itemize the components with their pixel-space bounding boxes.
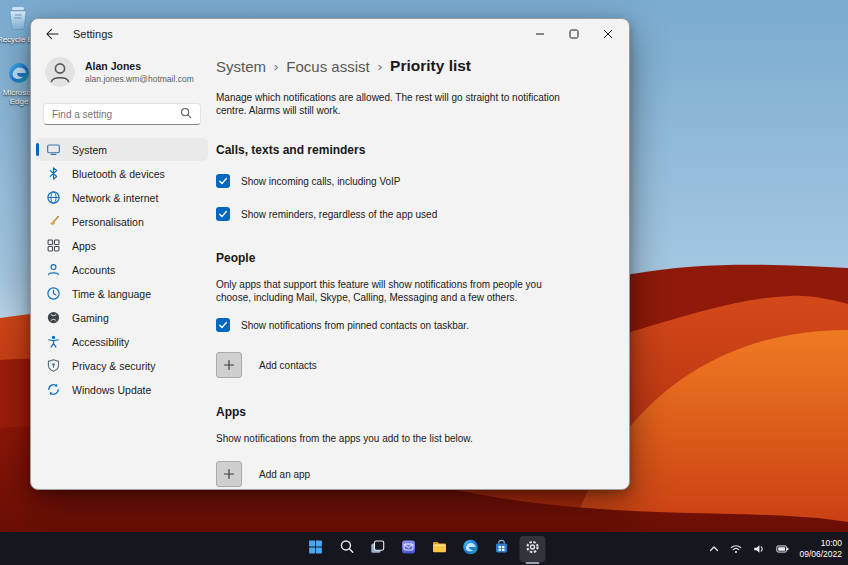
sidebar-item-time-language[interactable]: Time & language: [36, 282, 208, 305]
checkbox-reminders[interactable]: [216, 207, 230, 221]
checkbox-label: Show reminders, regardless of the app us…: [241, 209, 437, 220]
add-contacts-row: Add contacts: [216, 352, 606, 378]
settings-app-button[interactable]: [520, 536, 546, 562]
page-description: Manage which notifications are allowed. …: [216, 91, 568, 117]
sidebar-item-label: Accounts: [72, 264, 115, 276]
store-bag-icon: [494, 539, 510, 559]
edge-browser-button[interactable]: [458, 536, 484, 562]
recycle-bin-icon: [6, 5, 30, 33]
avatar: [45, 57, 75, 87]
task-view-button[interactable]: [365, 536, 391, 562]
file-explorer-button[interactable]: [427, 536, 453, 562]
sidebar-item-windows-update[interactable]: Windows Update: [36, 378, 208, 401]
wifi-icon[interactable]: [729, 542, 743, 556]
breadcrumb: System › Focus assist › Priority list: [216, 57, 606, 75]
user-account[interactable]: Alan Jones alan.jones.wm@hotmail.com: [45, 57, 213, 87]
add-app-row: Add an app: [216, 461, 606, 487]
checkbox-row-pinned-contacts[interactable]: Show notifications from pinned contacts …: [216, 318, 606, 332]
bluetooth-icon: [46, 166, 61, 181]
person-icon: [46, 262, 61, 277]
checkbox-label: Show incoming calls, including VoIP: [241, 176, 401, 187]
taskbar-search-button[interactable]: [334, 536, 360, 562]
desktop: { "desktop": { "icons": [ {"label": "Rec…: [0, 0, 848, 565]
maximize-button[interactable]: [557, 19, 591, 49]
add-app-button[interactable]: [216, 461, 242, 487]
sidebar-nav: System Bluetooth & devices Network & int…: [31, 138, 213, 401]
sidebar-item-system[interactable]: System: [36, 138, 208, 161]
sidebar-item-personalisation[interactable]: Personalisation: [36, 210, 208, 233]
update-arrows-icon: [46, 382, 61, 397]
folder-icon: [432, 539, 448, 559]
system-icon: [46, 142, 61, 157]
task-view-icon: [370, 539, 386, 559]
system-tray: 10:00 09/06/2022: [708, 532, 842, 565]
apps-description: Show notifications from the apps you add…: [216, 432, 568, 445]
breadcrumb-separator: ›: [378, 59, 382, 74]
settings-window: Settings Alan Jones: [30, 18, 630, 490]
checkbox-incoming-calls[interactable]: [216, 174, 230, 188]
checkbox-pinned-contacts[interactable]: [216, 318, 230, 332]
sidebar-item-label: Bluetooth & devices: [72, 168, 165, 180]
close-button[interactable]: [591, 19, 625, 49]
clock-date: 09/06/2022: [799, 549, 842, 560]
start-button[interactable]: [303, 536, 329, 562]
globe-icon: [46, 190, 61, 205]
selected-indicator: [36, 143, 39, 156]
sidebar-item-privacy-security[interactable]: Privacy & security: [36, 354, 208, 377]
mail-icon: [401, 539, 417, 559]
windows-logo-icon: [308, 539, 324, 559]
section-heading-people: People: [216, 251, 606, 265]
sidebar-item-label: Accessibility: [72, 336, 129, 348]
sidebar: Alan Jones alan.jones.wm@hotmail.com Sys…: [31, 49, 213, 489]
checkbox-row-reminders[interactable]: Show reminders, regardless of the app us…: [216, 207, 606, 221]
hidden-icons-chevron-icon[interactable]: [708, 543, 720, 555]
sidebar-item-bluetooth-devices[interactable]: Bluetooth & devices: [36, 162, 208, 185]
sidebar-item-network-internet[interactable]: Network & internet: [36, 186, 208, 209]
checkbox-row-incoming-calls[interactable]: Show incoming calls, including VoIP: [216, 174, 606, 188]
main-content: System › Focus assist › Priority list Ma…: [216, 49, 606, 489]
back-button[interactable]: [37, 23, 67, 45]
search-icon: [339, 539, 354, 558]
apps-grid-icon: [46, 238, 61, 253]
mail-app-button[interactable]: [396, 536, 422, 562]
clock-time: 10:00: [799, 538, 842, 549]
shield-icon: [46, 358, 61, 373]
add-contacts-button[interactable]: [216, 352, 242, 378]
sidebar-item-label: Gaming: [72, 312, 109, 324]
section-heading-calls: Calls, texts and reminders: [216, 143, 606, 157]
paintbrush-icon: [46, 214, 61, 229]
gear-icon: [525, 539, 541, 559]
section-heading-apps: Apps: [216, 405, 606, 419]
titlebar[interactable]: Settings: [31, 19, 629, 49]
search-input[interactable]: [52, 109, 180, 120]
sidebar-item-label: Apps: [72, 240, 96, 252]
sidebar-item-gaming[interactable]: Gaming: [36, 306, 208, 329]
checkbox-label: Show notifications from pinned contacts …: [241, 320, 469, 331]
taskbar-center: [303, 532, 546, 565]
search-icon: [180, 105, 192, 123]
breadcrumb-focus-assist[interactable]: Focus assist: [286, 58, 369, 75]
xbox-icon: [46, 310, 61, 325]
sidebar-item-accessibility[interactable]: Accessibility: [36, 330, 208, 353]
volume-icon[interactable]: [752, 542, 766, 556]
breadcrumb-system[interactable]: System: [216, 58, 266, 75]
sidebar-item-label: System: [72, 144, 107, 156]
taskbar: 10:00 09/06/2022: [0, 532, 848, 565]
sidebar-item-label: Personalisation: [72, 216, 144, 228]
sidebar-item-accounts[interactable]: Accounts: [36, 258, 208, 281]
add-contacts-label: Add contacts: [259, 360, 317, 371]
minimize-button[interactable]: [523, 19, 557, 49]
page-title: Priority list: [390, 57, 471, 75]
user-name: Alan Jones: [85, 60, 194, 72]
clock-icon: [46, 286, 61, 301]
user-email: alan.jones.wm@hotmail.com: [85, 74, 194, 84]
battery-icon[interactable]: [775, 542, 790, 556]
window-title: Settings: [73, 28, 113, 40]
sidebar-item-label: Network & internet: [72, 192, 158, 204]
edge-icon: [463, 539, 479, 559]
sidebar-item-apps[interactable]: Apps: [36, 234, 208, 257]
search-box[interactable]: [43, 103, 201, 125]
sidebar-item-label: Windows Update: [72, 384, 151, 396]
microsoft-store-button[interactable]: [489, 536, 515, 562]
taskbar-clock[interactable]: 10:00 09/06/2022: [799, 538, 842, 560]
